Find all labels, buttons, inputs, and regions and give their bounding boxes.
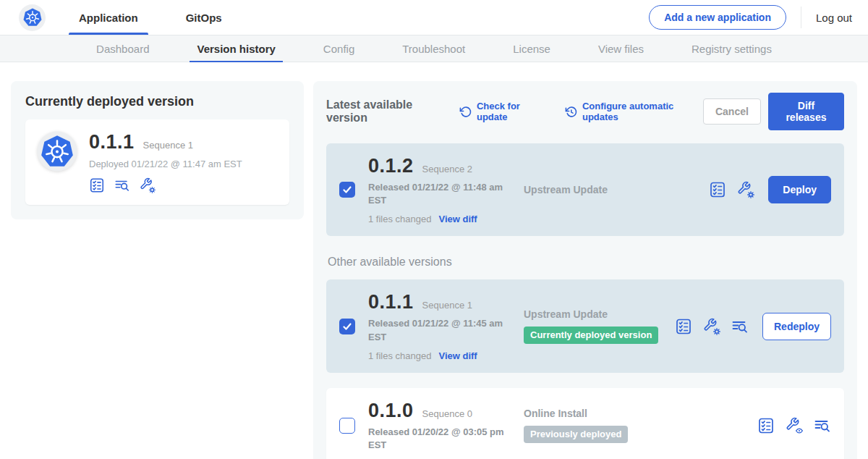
subnav-license[interactable]: License bbox=[510, 35, 553, 62]
subnav-dashboard-label: Dashboard bbox=[96, 43, 149, 55]
version-source: Online Install Previously deployed bbox=[524, 408, 757, 443]
check-for-update-link[interactable]: Check for update bbox=[459, 101, 548, 122]
tab-gitops-label: GitOps bbox=[186, 12, 222, 24]
released-timestamp: Released 01/21/22 @ 11:45 am EST bbox=[368, 317, 516, 343]
app-logo bbox=[19, 4, 46, 31]
config-edit-icon[interactable] bbox=[737, 181, 754, 198]
currently-deployed-title: Currently deployed version bbox=[25, 94, 289, 109]
subnav-registry-settings[interactable]: Registry settings bbox=[689, 35, 775, 62]
check-for-update-label: Check for update bbox=[477, 101, 548, 122]
version-actions: Deploy bbox=[709, 176, 831, 203]
logs-icon[interactable] bbox=[731, 318, 749, 335]
version-source: Upstream Update Currently deployed versi… bbox=[524, 308, 675, 344]
kubernetes-logo-icon bbox=[21, 6, 44, 29]
subnav-version-history-label: Version history bbox=[197, 43, 275, 55]
checkbox-check-icon bbox=[342, 185, 352, 195]
other-versions-title: Other available versions bbox=[328, 256, 843, 269]
subnav-license-label: License bbox=[513, 43, 550, 55]
config-edit-icon[interactable] bbox=[140, 177, 156, 193]
version-row-0-1-0: 0.1.0 Sequence 0 Released 01/20/22 @ 03:… bbox=[326, 388, 844, 459]
header-separator bbox=[801, 7, 801, 28]
deployed-timestamp: Deployed 01/21/22 @ 11:47 am EST bbox=[89, 159, 242, 169]
tab-application-label: Application bbox=[79, 12, 138, 24]
subnav-version-history[interactable]: Version history bbox=[194, 35, 278, 62]
logout-button[interactable]: Log out bbox=[816, 12, 852, 24]
version-actions bbox=[757, 417, 831, 434]
previously-deployed-badge: Previously deployed bbox=[524, 426, 628, 443]
header-nav: Application GitOps bbox=[72, 0, 229, 35]
currently-deployed-badge: Currently deployed version bbox=[524, 327, 658, 344]
checkbox-check-icon bbox=[342, 321, 352, 332]
latest-version-header: Latest available version Check for updat… bbox=[326, 93, 844, 130]
source-label: Upstream Update bbox=[524, 308, 675, 320]
source-label: Upstream Update bbox=[524, 184, 709, 195]
view-diff-link[interactable]: View diff bbox=[438, 214, 477, 224]
top-header: Application GitOps Add a new application… bbox=[0, 0, 868, 35]
kubernetes-app-icon bbox=[37, 131, 77, 172]
tab-gitops[interactable]: GitOps bbox=[179, 0, 229, 35]
view-diff-link[interactable]: View diff bbox=[438, 350, 477, 361]
diff-action-buttons: Cancel Diff releases bbox=[703, 93, 844, 130]
subnav-troubleshoot-label: Troubleshoot bbox=[402, 43, 465, 55]
version-sequence: Sequence 0 bbox=[422, 408, 472, 419]
logs-icon[interactable] bbox=[114, 177, 130, 193]
version-checkbox[interactable] bbox=[339, 182, 355, 198]
version-number: 0.1.0 bbox=[368, 400, 414, 422]
version-sequence: Sequence 1 bbox=[422, 300, 472, 311]
configure-auto-updates-label: Configure automatic updates bbox=[582, 101, 703, 122]
release-notes-icon[interactable] bbox=[89, 177, 105, 193]
currently-deployed-panel: Currently deployed version 0.1.1 Sequenc… bbox=[11, 81, 304, 219]
config-edit-icon[interactable] bbox=[703, 318, 720, 335]
deployed-version-card: 0.1.1 Sequence 1 Deployed 01/21/22 @ 11:… bbox=[25, 119, 289, 205]
version-info: 0.1.1 Sequence 1 Released 01/21/22 @ 11:… bbox=[368, 291, 524, 361]
version-number: 0.1.1 bbox=[368, 291, 414, 313]
source-label: Online Install bbox=[524, 408, 757, 419]
latest-version-title: Latest available version bbox=[326, 98, 449, 125]
version-actions: Redeploy bbox=[675, 313, 831, 340]
auto-update-icon bbox=[565, 106, 577, 118]
files-changed: 1 files changed bbox=[368, 350, 431, 361]
tab-application[interactable]: Application bbox=[72, 0, 145, 35]
release-notes-icon[interactable] bbox=[709, 181, 726, 198]
subnav-config-label: Config bbox=[323, 43, 354, 55]
version-source: Upstream Update bbox=[524, 184, 709, 195]
logs-icon[interactable] bbox=[814, 417, 831, 434]
version-row-0-1-1: 0.1.1 Sequence 1 Released 01/21/22 @ 11:… bbox=[326, 279, 844, 372]
deploy-button[interactable]: Deploy bbox=[768, 176, 831, 203]
release-notes-icon[interactable] bbox=[675, 318, 692, 335]
header-right: Add a new application Log out bbox=[649, 5, 852, 30]
app-subnav: Dashboard Version history Config Trouble… bbox=[0, 35, 868, 62]
subnav-registry-settings-label: Registry settings bbox=[692, 43, 772, 55]
deployed-version-details: 0.1.1 Sequence 1 Deployed 01/21/22 @ 11:… bbox=[89, 131, 242, 193]
version-checkbox[interactable] bbox=[339, 319, 355, 334]
configure-auto-updates-link[interactable]: Configure automatic updates bbox=[565, 101, 703, 122]
subnav-config[interactable]: Config bbox=[320, 35, 357, 62]
version-checkbox[interactable] bbox=[339, 418, 355, 434]
released-timestamp: Released 01/21/22 @ 11:48 am EST bbox=[368, 181, 516, 207]
version-sequence: Sequence 2 bbox=[422, 164, 472, 174]
diff-releases-button[interactable]: Diff releases bbox=[768, 93, 844, 130]
config-view-icon[interactable] bbox=[786, 417, 803, 434]
main-content: Currently deployed version 0.1.1 Sequenc… bbox=[0, 62, 868, 459]
add-application-button[interactable]: Add a new application bbox=[649, 5, 786, 30]
subnav-troubleshoot[interactable]: Troubleshoot bbox=[399, 35, 468, 62]
cancel-button[interactable]: Cancel bbox=[703, 98, 761, 125]
version-history-panel: Latest available version Check for updat… bbox=[313, 81, 857, 459]
release-notes-icon[interactable] bbox=[757, 417, 775, 434]
update-links: Check for update Configure automatic upd… bbox=[459, 101, 703, 122]
redeploy-button[interactable]: Redeploy bbox=[762, 313, 831, 340]
version-number: 0.1.2 bbox=[368, 155, 414, 177]
released-timestamp: Released 01/20/22 @ 03:05 pm EST bbox=[368, 426, 516, 452]
subnav-view-files[interactable]: View files bbox=[595, 35, 647, 62]
subnav-dashboard[interactable]: Dashboard bbox=[93, 35, 152, 62]
deployed-sequence: Sequence 1 bbox=[143, 140, 193, 151]
subnav-view-files-label: View files bbox=[598, 43, 644, 55]
deployed-version-number: 0.1.1 bbox=[89, 131, 135, 153]
version-row-0-1-2: 0.1.2 Sequence 2 Released 01/21/22 @ 11:… bbox=[326, 143, 844, 236]
files-changed: 1 files changed bbox=[368, 214, 431, 224]
check-update-icon bbox=[459, 106, 472, 118]
version-info: 0.1.2 Sequence 2 Released 01/21/22 @ 11:… bbox=[368, 155, 524, 224]
version-info: 0.1.0 Sequence 0 Released 01/20/22 @ 03:… bbox=[368, 400, 524, 452]
